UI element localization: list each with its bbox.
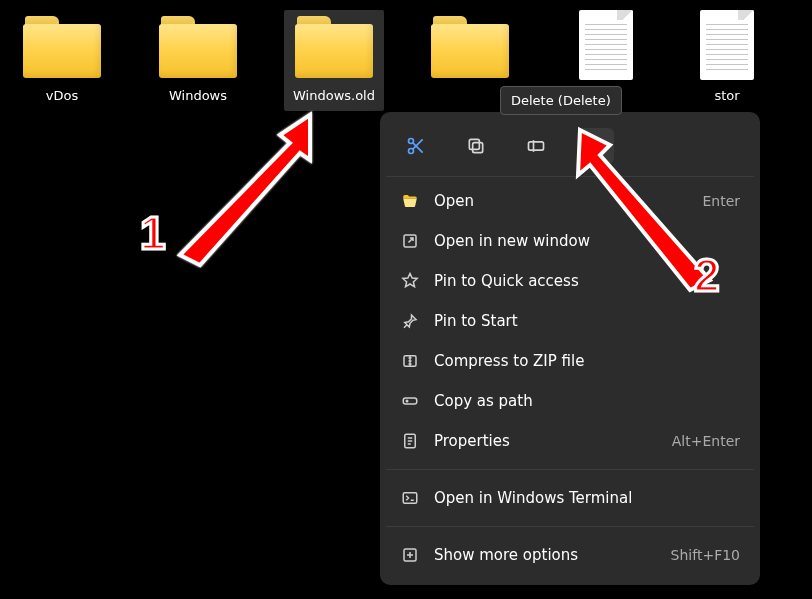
menu-label: Properties (434, 432, 658, 450)
item-label: Windows.old (293, 88, 375, 103)
folder-icon (431, 16, 509, 78)
document-icon (579, 10, 633, 80)
svg-rect-4 (473, 143, 483, 153)
context-action-row (386, 118, 754, 177)
menu-label: Open in Windows Terminal (434, 489, 740, 507)
menu-accel: Shift+F10 (671, 547, 740, 563)
folder-icon (159, 16, 237, 78)
file-item-doc2[interactable]: stor (692, 10, 762, 111)
svg-rect-12 (403, 398, 417, 404)
terminal-icon (400, 488, 420, 508)
menu-show-more-options[interactable]: Show more options Shift+F10 (386, 535, 754, 575)
menu-label: Open (434, 192, 688, 210)
folder-item-windows[interactable]: Windows (148, 10, 248, 111)
svg-rect-6 (529, 142, 544, 150)
svg-point-0 (409, 139, 414, 144)
folder-icon (23, 16, 101, 78)
cut-button[interactable] (398, 128, 434, 164)
more-options-icon (400, 545, 420, 565)
menu-accel: Enter (702, 193, 740, 209)
copy-icon (466, 136, 486, 156)
desktop-icon-grid: vDos Windows Windows.old stor (0, 0, 812, 111)
menu-compress-zip[interactable]: Compress to ZIP file (386, 341, 754, 381)
item-label: Windows (169, 88, 227, 103)
folder-open-icon (400, 191, 420, 211)
menu-label: Pin to Start (434, 312, 740, 330)
menu-properties[interactable]: Properties Alt+Enter (386, 421, 754, 461)
menu-label: Copy as path (434, 392, 740, 410)
menu-pin-start[interactable]: Pin to Start (386, 301, 754, 341)
delete-button[interactable] (578, 128, 614, 164)
menu-label: Show more options (434, 546, 657, 564)
svg-rect-18 (403, 493, 417, 504)
document-icon (700, 10, 754, 80)
star-icon (400, 271, 420, 291)
pin-icon (400, 311, 420, 331)
context-menu: Open Enter Open in new window Pin to Qui… (380, 112, 760, 585)
folder-item-windows-old[interactable]: Windows.old (284, 10, 384, 111)
zip-icon (400, 351, 420, 371)
rename-icon (526, 136, 546, 156)
tooltip-delete: Delete (Delete) (500, 86, 622, 115)
menu-accel: Alt+Enter (672, 433, 740, 449)
folder-icon (295, 16, 373, 78)
menu-open[interactable]: Open Enter (386, 181, 754, 221)
trash-icon (586, 136, 606, 156)
svg-point-1 (409, 149, 414, 154)
rename-button[interactable] (518, 128, 554, 164)
copy-button[interactable] (458, 128, 494, 164)
svg-marker-20 (180, 115, 310, 265)
annotation-number-2: 2 (694, 248, 721, 302)
item-label: vDos (46, 88, 78, 103)
menu-label: Compress to ZIP file (434, 352, 740, 370)
item-label: stor (714, 88, 739, 103)
scissors-icon (406, 136, 426, 156)
new-window-icon (400, 231, 420, 251)
path-icon (400, 391, 420, 411)
folder-item-vdos[interactable]: vDos (12, 10, 112, 111)
annotation-number-1: 1 (140, 206, 167, 260)
menu-open-terminal[interactable]: Open in Windows Terminal (386, 478, 754, 518)
properties-icon (400, 431, 420, 451)
menu-copy-path[interactable]: Copy as path (386, 381, 754, 421)
svg-point-13 (406, 400, 408, 402)
annotation-arrow-1 (150, 105, 330, 275)
svg-rect-5 (469, 139, 479, 149)
